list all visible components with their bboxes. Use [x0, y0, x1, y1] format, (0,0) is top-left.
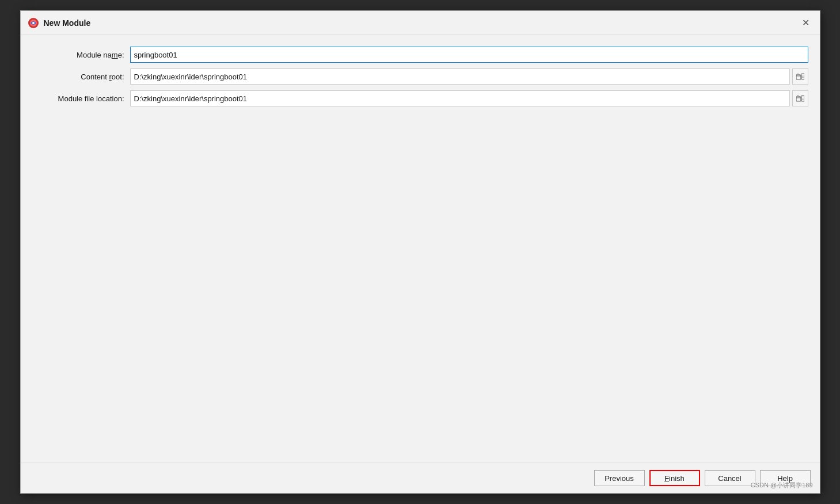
watermark: CSDN @小讲同学189 [751, 481, 813, 490]
content-root-input-wrapper [130, 68, 808, 85]
module-file-location-input[interactable] [130, 90, 790, 106]
content-root-input[interactable] [130, 68, 790, 85]
module-file-browse-button[interactable] [792, 90, 808, 106]
dialog-footer: Previous Finish Cancel Help [21, 463, 820, 493]
previous-button[interactable]: Previous [594, 470, 645, 486]
module-file-location-label: Module file location: [32, 94, 130, 103]
svg-rect-3 [796, 75, 801, 79]
module-name-input-wrapper [130, 47, 808, 63]
close-button[interactable]: ✕ [799, 16, 813, 30]
finish-button[interactable]: Finish [649, 470, 700, 486]
module-name-label: Module name: [32, 51, 130, 59]
svg-point-2 [32, 22, 35, 24]
title-bar: New Module ✕ [21, 11, 820, 35]
svg-rect-8 [796, 97, 801, 101]
module-name-input[interactable] [130, 47, 808, 63]
content-root-row: Content root: [32, 68, 808, 85]
dialog-spacer [32, 112, 808, 451]
dialog-content: Module name: Content root: [21, 35, 820, 463]
cancel-button[interactable]: Cancel [705, 470, 755, 486]
module-file-location-input-wrapper [130, 90, 808, 106]
app-icon [28, 17, 39, 29]
svg-rect-4 [801, 74, 804, 79]
module-file-location-row: Module file location: [32, 90, 808, 106]
new-module-dialog: New Module ✕ Module name: Content root: [20, 10, 820, 494]
content-root-browse-button[interactable] [792, 68, 808, 85]
content-root-label: Content root: [32, 72, 130, 81]
dialog-title: New Module [44, 18, 91, 28]
title-bar-left: New Module [28, 17, 91, 29]
svg-rect-9 [801, 96, 804, 101]
module-name-row: Module name: [32, 47, 808, 63]
